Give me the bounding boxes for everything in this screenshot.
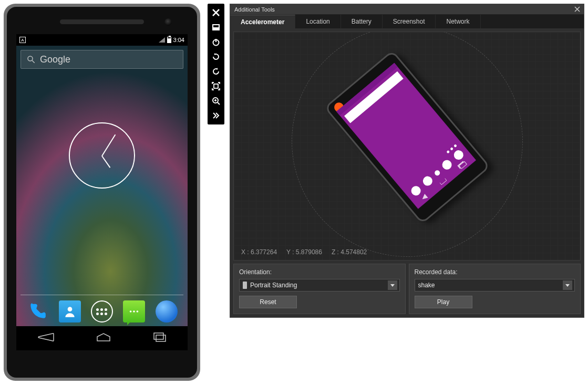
chevron-double-right-icon <box>212 111 220 120</box>
tab-network[interactable]: Network <box>436 15 480 28</box>
play-button[interactable]: Play <box>415 296 472 308</box>
orientation-selected-value: Portrait Standing <box>250 282 297 289</box>
acceleration-readout: X : 6.377264 Y : 5.879086 Z : 4.574802 <box>241 248 367 256</box>
fit-screen-button[interactable] <box>209 79 223 93</box>
svg-rect-11 <box>213 28 219 30</box>
battery-icon <box>167 37 171 43</box>
nav-home-button[interactable] <box>96 332 111 344</box>
search-placeholder: Google <box>40 54 70 65</box>
svg-point-4 <box>133 310 135 313</box>
recorded-data-label: Recorded data: <box>415 268 575 276</box>
svg-point-5 <box>137 310 139 313</box>
android-status-bar: A 3:04 <box>16 34 188 46</box>
orientation-select[interactable]: Portrait Standing <box>239 279 400 292</box>
tab-location[interactable]: Location <box>295 15 341 28</box>
svg-line-1 <box>32 60 35 63</box>
panel-body: X : 6.377264 Y : 5.879086 Z : 4.574802 O… <box>230 28 584 317</box>
fit-screen-icon <box>212 82 220 90</box>
rotate-ccw-button[interactable] <box>209 50 223 64</box>
emulator-device-bezel: A 3:04 Google <box>7 7 197 378</box>
messaging-app-icon[interactable] <box>123 300 145 322</box>
minimize-button[interactable] <box>209 20 223 34</box>
orientation-label: Orientation: <box>239 268 400 276</box>
nav-recents-button[interactable] <box>152 332 167 344</box>
svg-rect-14 <box>214 84 218 88</box>
phone-app-icon[interactable] <box>26 300 48 322</box>
recorded-data-select[interactable]: shake <box>415 279 575 292</box>
clock-minute-hand <box>101 134 116 157</box>
rotate-ccw-icon <box>212 53 220 61</box>
accel-x-value: X : 6.377264 <box>241 248 277 256</box>
orientation-group: Orientation: Portrait Standing Reset <box>233 264 406 314</box>
svg-rect-6 <box>156 335 166 341</box>
panel-tabs: Accelerometer Location Battery Screensho… <box>230 15 584 28</box>
more-button[interactable] <box>209 109 223 122</box>
emulator-device-frame: A 3:04 Google <box>4 4 200 381</box>
device-speaker <box>60 19 144 24</box>
power-icon <box>212 38 220 46</box>
close-icon <box>212 8 220 17</box>
panel-titlebar: Additional Tools <box>230 4 584 15</box>
tab-accelerometer[interactable]: Accelerometer <box>230 15 295 28</box>
signal-icon <box>159 37 165 43</box>
accel-y-value: Y : 5.879086 <box>286 248 322 256</box>
panel-close-button[interactable] <box>572 5 582 14</box>
rotate-cw-icon <box>212 67 220 76</box>
svg-point-2 <box>67 307 72 311</box>
svg-marker-21 <box>390 284 395 287</box>
google-search-widget[interactable]: Google <box>20 50 183 69</box>
contacts-app-icon[interactable] <box>59 300 81 322</box>
status-clock: 3:04 <box>173 37 184 43</box>
accel-z-value: Z : 4.574802 <box>332 248 367 256</box>
home-dock <box>16 298 188 325</box>
accelerometer-controls: Orientation: Portrait Standing Reset Rec… <box>233 264 581 314</box>
recorded-data-selected-value: shake <box>418 282 435 289</box>
additional-tools-panel: Additional Tools Accelerometer Location … <box>230 4 584 318</box>
svg-point-0 <box>28 56 33 61</box>
zoom-in-icon <box>212 97 220 105</box>
app-drawer-icon[interactable] <box>91 300 113 322</box>
recorded-data-group: Recorded data: shake Play <box>409 264 581 314</box>
close-icon <box>574 6 580 12</box>
browser-app-icon[interactable] <box>156 300 178 322</box>
nav-back-button[interactable] <box>37 332 55 344</box>
device-front-camera <box>164 18 172 26</box>
android-nav-bar <box>16 326 188 350</box>
device-screen[interactable]: A 3:04 Google <box>16 34 188 350</box>
chevron-down-icon <box>388 280 397 290</box>
accelerometer-canvas[interactable]: X : 6.377264 Y : 5.879086 Z : 4.574802 <box>233 32 581 261</box>
keyboard-indicator-icon: A <box>19 37 26 43</box>
emulator-toolbar <box>208 4 224 124</box>
svg-point-3 <box>130 310 132 313</box>
chevron-down-icon <box>563 280 572 290</box>
svg-marker-22 <box>565 284 570 287</box>
close-button[interactable] <box>209 6 223 19</box>
zoom-in-button[interactable] <box>209 94 223 108</box>
tab-screenshot[interactable]: Screenshot <box>383 15 436 28</box>
clock-hour-hand <box>101 155 110 168</box>
reset-button[interactable]: Reset <box>239 296 297 308</box>
svg-line-16 <box>218 102 220 105</box>
search-icon <box>26 55 36 64</box>
power-button[interactable] <box>209 35 223 49</box>
svg-rect-7 <box>154 333 163 339</box>
rotate-cw-button[interactable] <box>209 65 223 78</box>
minimize-icon <box>212 23 220 32</box>
tab-battery[interactable]: Battery <box>341 15 383 28</box>
panel-title: Additional Tools <box>234 6 275 13</box>
analog-clock-widget[interactable] <box>69 122 135 189</box>
phone-portrait-icon <box>243 282 247 289</box>
dock-divider <box>20 295 183 295</box>
